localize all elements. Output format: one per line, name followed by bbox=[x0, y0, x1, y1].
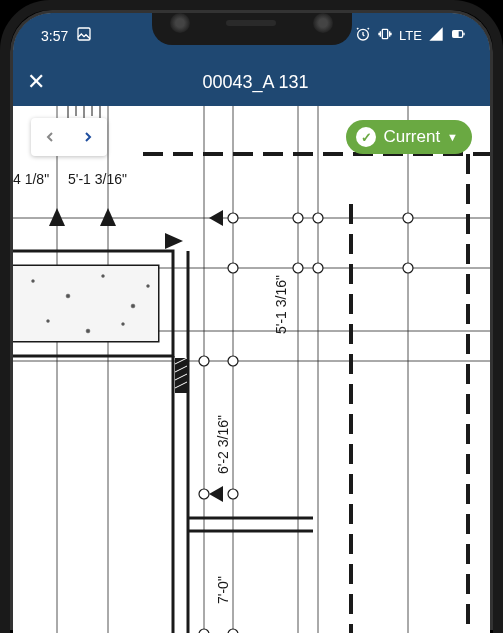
dimension-label: 4 1/8" bbox=[13, 171, 49, 187]
device-notch bbox=[152, 0, 352, 45]
svg-point-43 bbox=[293, 213, 303, 223]
svg-point-51 bbox=[228, 356, 238, 366]
app-bar: ✕ 00043_A 131 bbox=[13, 58, 490, 106]
alarm-icon bbox=[355, 26, 371, 45]
svg-point-49 bbox=[403, 263, 413, 273]
svg-point-31 bbox=[147, 285, 150, 288]
chevron-down-icon: ▼ bbox=[447, 131, 458, 143]
svg-point-45 bbox=[403, 213, 413, 223]
revision-status-pill[interactable]: ✓ Current ▼ bbox=[346, 120, 472, 154]
svg-rect-0 bbox=[78, 28, 90, 40]
svg-point-25 bbox=[66, 294, 70, 298]
svg-point-29 bbox=[86, 329, 90, 333]
signal-icon bbox=[428, 26, 444, 45]
svg-point-28 bbox=[47, 320, 50, 323]
svg-point-48 bbox=[313, 263, 323, 273]
svg-point-47 bbox=[293, 263, 303, 273]
svg-point-50 bbox=[199, 356, 209, 366]
network-label: LTE bbox=[399, 28, 422, 43]
dimension-label: 6'-2 3/16" bbox=[215, 415, 231, 474]
prev-sheet-button[interactable] bbox=[31, 118, 69, 156]
close-icon[interactable]: ✕ bbox=[27, 69, 45, 95]
svg-marker-40 bbox=[209, 210, 223, 226]
dimension-label: 5'-1 3/16" bbox=[273, 275, 289, 334]
vibrate-icon bbox=[377, 26, 393, 45]
svg-marker-38 bbox=[100, 208, 116, 226]
svg-point-44 bbox=[313, 213, 323, 223]
svg-point-42 bbox=[228, 213, 238, 223]
svg-marker-41 bbox=[209, 486, 223, 502]
check-icon: ✓ bbox=[356, 127, 376, 147]
screen: 3:57 LTE ✕ 00043_A 131 bbox=[13, 13, 490, 633]
battery-icon bbox=[450, 26, 466, 45]
svg-point-53 bbox=[228, 489, 238, 499]
svg-point-26 bbox=[102, 275, 105, 278]
svg-rect-23 bbox=[13, 266, 158, 341]
drawing-viewer[interactable]: ✓ Current ▼ bbox=[13, 106, 490, 633]
svg-point-55 bbox=[228, 629, 238, 633]
svg-marker-37 bbox=[49, 208, 65, 226]
svg-rect-4 bbox=[453, 31, 458, 36]
svg-rect-2 bbox=[382, 29, 387, 38]
dimension-label: 7'-0" bbox=[215, 576, 231, 604]
svg-point-30 bbox=[122, 323, 125, 326]
svg-point-24 bbox=[32, 280, 35, 283]
svg-point-27 bbox=[131, 304, 135, 308]
picture-icon bbox=[76, 26, 92, 45]
page-title: 00043_A 131 bbox=[65, 72, 446, 93]
svg-point-54 bbox=[199, 629, 209, 633]
sheet-nav bbox=[31, 118, 107, 156]
svg-point-46 bbox=[228, 263, 238, 273]
revision-status-label: Current bbox=[383, 127, 440, 147]
dimension-label: 5'-1 3/16" bbox=[68, 171, 127, 187]
status-time: 3:57 bbox=[41, 28, 68, 44]
svg-point-52 bbox=[199, 489, 209, 499]
next-sheet-button[interactable] bbox=[69, 118, 107, 156]
svg-marker-39 bbox=[165, 233, 183, 249]
